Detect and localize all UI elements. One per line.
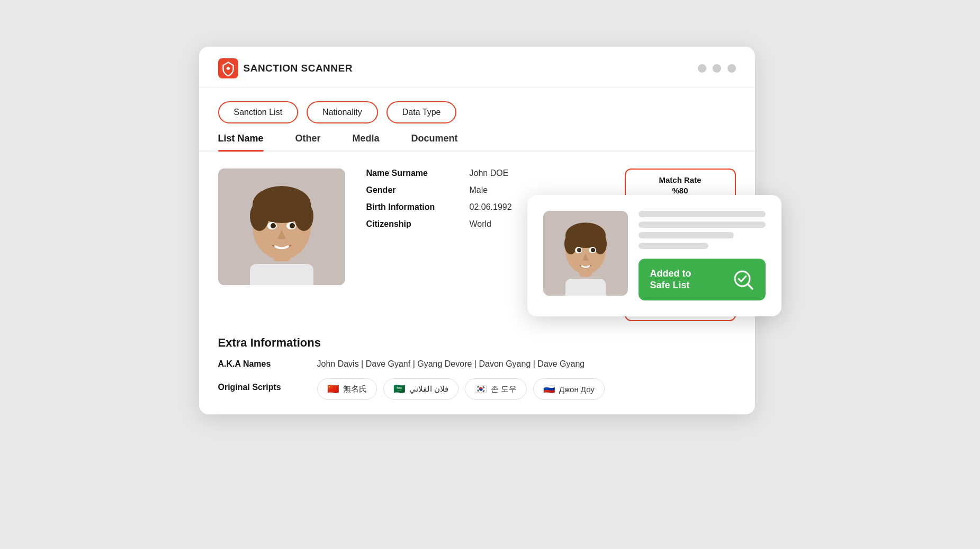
window-controls [698,64,736,73]
tab-other[interactable]: Other [295,133,321,150]
card-header: SANCTION SCANNER [199,47,755,87]
value-name-surname: John DOE [470,169,509,178]
overlay-line-1 [639,211,766,217]
filter-data-type[interactable]: Data Type [386,101,457,123]
svg-point-7 [250,201,269,231]
filter-row: Sanction List Nationality Data Type [199,87,755,133]
overlay-card: Added to Safe List [527,195,781,316]
detail-name-row: Name Surname John DOE [366,169,604,178]
script-chinese-text: 無名氏 [343,384,367,394]
value-gender: Male [470,185,488,195]
value-birth: 02.06.1992 [470,202,512,212]
overlay-photo [543,211,628,296]
aka-label: A.K.A Names [218,359,311,369]
script-chinese: 🇨🇳 無名氏 [317,378,377,400]
label-gender: Gender [366,185,459,195]
added-to-safe-list-button[interactable]: Added to Safe List [639,259,766,300]
tab-media[interactable]: Media [353,133,380,150]
filter-nationality[interactable]: Nationality [307,101,378,123]
aka-names: John Davis | Dave Gyanf | Gyang Devore |… [317,359,585,369]
svg-point-8 [294,201,313,231]
tab-document[interactable]: Document [411,133,458,150]
svg-point-12 [290,223,295,228]
overlay-lines [639,211,766,249]
scripts-list: 🇨🇳 無名氏 🇸🇦 فلان الفلاني 🇰🇷 존 도우 🇷🇺 Джон Д… [317,378,605,400]
logo-text: SANCTION SCANNER [244,63,353,74]
script-arabic: 🇸🇦 فلان الفلاني [383,378,458,400]
extra-title: Extra Informations [218,336,736,350]
detail-gender-row: Gender Male [366,185,604,195]
flag-chinese: 🇨🇳 [327,383,339,395]
svg-point-11 [271,223,276,228]
scripts-row: Original Scripts 🇨🇳 無名氏 🇸🇦 فلان الفلاني … [218,378,736,400]
overlay-info: Added to Safe List [639,211,766,300]
svg-point-24 [591,248,595,252]
svg-point-1 [227,67,230,70]
svg-point-19 [564,233,577,254]
script-russian: 🇷🇺 Джон Доу [533,378,605,400]
window-dot-2 [713,64,721,73]
label-name-surname: Name Surname [366,169,459,178]
svg-rect-25 [565,279,606,296]
added-safe-text: Added to Safe List [650,268,691,291]
overlay-line-4 [639,243,708,249]
flag-russian: 🇷🇺 [543,383,555,395]
script-arabic-text: فلان الفلاني [409,384,448,394]
aka-row: A.K.A Names John Davis | Dave Gyanf | Gy… [218,359,736,369]
tabs-row: List Name Other Media Document [199,133,755,152]
overlay-line-3 [639,232,734,238]
flag-arabic: 🇸🇦 [393,383,405,395]
window-dot-3 [727,64,736,73]
label-birth: Birth Information [366,202,459,212]
svg-rect-13 [250,264,313,285]
overlay-line-2 [639,222,766,228]
script-korean: 🇰🇷 존 도우 [465,378,527,400]
logo-icon [218,58,238,78]
filter-sanction-list[interactable]: Sanction List [218,101,299,123]
checkmark-search-icon [733,269,754,290]
tab-list-name[interactable]: List Name [218,133,264,150]
profile-photo [218,169,345,285]
svg-point-23 [577,248,581,252]
flag-korean: 🇰🇷 [475,383,487,395]
script-korean-text: 존 도우 [491,384,517,394]
logo-area: SANCTION SCANNER [218,58,353,78]
script-russian-text: Джон Доу [559,385,595,394]
scripts-label: Original Scripts [218,378,311,392]
value-citizenship: World [470,219,492,229]
window-dot-1 [698,64,706,73]
extra-section: Extra Informations A.K.A Names John Davi… [199,321,755,414]
svg-point-20 [594,233,607,254]
label-citizenship: Citizenship [366,219,459,229]
